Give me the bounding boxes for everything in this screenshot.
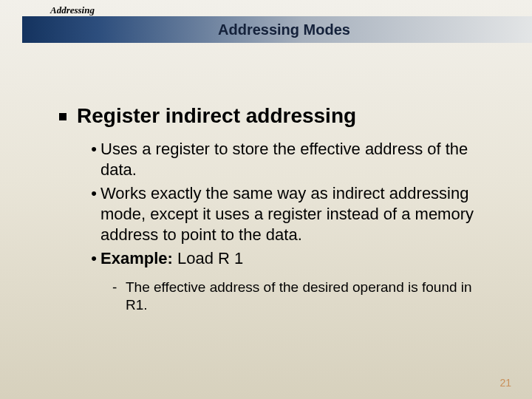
sub-note-text: The effective address of the desired ope… [126,279,488,315]
sub-note-list: - The effective address of the desired o… [112,279,488,315]
square-bullet-icon [59,113,66,120]
list-item-text: Uses a register to store the effective a… [100,139,488,180]
section-label: Addressing [50,4,95,16]
bullet-dot-icon: • [87,248,100,269]
slide: Addressing Addressing Modes Register ind… [0,0,532,399]
heading-bullet: Register indirect addressing [59,103,488,129]
content-area: Register indirect addressing • Uses a re… [59,103,488,315]
list-item: • Uses a register to store the effective… [87,139,488,180]
page-number: 21 [499,377,511,389]
example-text: Load R 1 [173,249,243,267]
bullet-dot-icon: • [87,139,100,160]
list-item: • Works exactly the same way as indirect… [87,183,488,245]
title-bar: Addressing Modes [22,16,532,43]
heading-text: Register indirect addressing [77,103,356,129]
list-item-example: • Example: Load R 1 [87,248,488,269]
bullet-list: • Uses a register to store the effective… [87,139,488,270]
example-line: Example: Load R 1 [100,248,488,269]
dash-bullet-icon: - [112,279,126,297]
sub-note-item: - The effective address of the desired o… [112,279,488,315]
bullet-dot-icon: • [87,183,100,204]
list-item-text: Works exactly the same way as indirect a… [100,183,488,245]
example-label: Example: [100,249,173,267]
slide-title: Addressing Modes [218,21,350,38]
